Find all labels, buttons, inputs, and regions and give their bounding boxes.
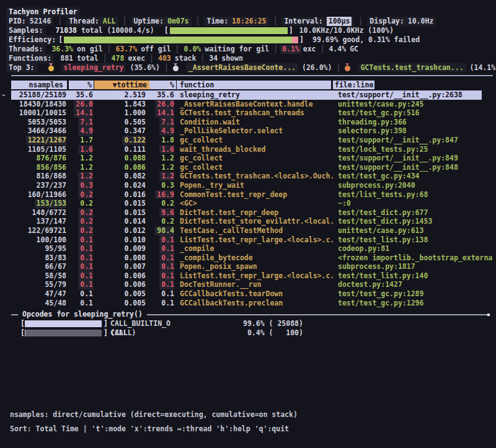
- opcode-bar: [25, 330, 102, 336]
- column-header-function[interactable]: function: [177, 81, 331, 89]
- cell-pct-direct: 7.1: [66, 118, 93, 127]
- top3-function-name: sleeping_retry: [61, 63, 126, 72]
- separator-bar: │: [336, 63, 340, 72]
- cell-pct-cumulative: 0.1: [146, 271, 174, 281]
- top3-label: Top 3:: [6, 63, 37, 72]
- cell-file-line: subprocess.py:2040: [335, 181, 496, 190]
- cell-nsamples: 100/100: [11, 235, 66, 245]
- column-header-nsamples[interactable]: nsamples: [11, 81, 67, 89]
- cell-nsamples: 160/11966: [11, 190, 66, 200]
- table-row[interactable]: 10001/10015 14.1 1.000 14.1 GCTests.test…: [0, 108, 496, 118]
- table-row[interactable]: 816/868 1.2 0.082 1.2 GCTests.test_trash…: [0, 172, 496, 181]
- cell-pct-direct: 0.1: [66, 280, 93, 289]
- cell-text: 0.082: [124, 172, 146, 180]
- cell-text: 1.2: [159, 172, 174, 181]
- cell-nsamples: 1221/1267: [11, 136, 66, 145]
- top3-item[interactable]: sleeping_retry(35.6%): [48, 63, 160, 72]
- cell-function: <GC>: [174, 199, 335, 208]
- cell-text: test/test_dict.py:677: [338, 208, 428, 217]
- separator-bar: │: [107, 45, 112, 54]
- table-row[interactable]: 237/237 0.3 0.024 0.3 Popen._try_wait su…: [0, 181, 496, 190]
- app-title: Tachyon Profiler: [6, 7, 80, 17]
- cell-text: ~:0: [338, 199, 351, 208]
- cell-tottime: 0.007: [93, 262, 146, 271]
- cell-nsamples: 137/147: [11, 217, 66, 226]
- top3-item[interactable]: GCTests.test_trashcan...(14.1%): [345, 63, 496, 72]
- table-row[interactable]: 25188/25189 35.6 2.519 35.6 sleeping_ret…: [0, 90, 496, 100]
- table-row[interactable]: 148/6772 0.2 0.015 9.6 DictTest.test_rep…: [0, 208, 496, 217]
- cell-text: 0.1: [78, 280, 93, 289]
- cell-text: 5053/5053: [28, 118, 66, 126]
- column-header-pct-direct[interactable]: %: [69, 81, 94, 89]
- cell-file-line: selectors.py:398: [335, 126, 496, 136]
- cell-text: 0.122: [122, 136, 146, 145]
- cell-tottime: 0.005: [93, 299, 146, 308]
- cell-text: threading.py:366: [338, 118, 407, 126]
- table-row[interactable]: 18430/18430 26.0 1.843 26.0 _AssertRaise…: [0, 100, 496, 109]
- cell-pct-cumulative: 16.9: [146, 190, 174, 200]
- cell-text: 122/69721: [28, 226, 66, 235]
- threads-item: 0.0%waiting for gil: [184, 45, 270, 54]
- table-row[interactable]: 153/153 0.2 0.015 0.2 <GC> ~:0: [0, 199, 496, 208]
- cell-text: _compile_bytecode: [180, 253, 253, 262]
- opcodes-panel-header: Opcodes for sleeping_retry(): [11, 310, 490, 319]
- cell-function: GCTests.test_trashcan_threads: [174, 108, 335, 118]
- cell-text: 1.2: [161, 163, 174, 172]
- table-row[interactable]: 66/67 0.1 0.007 0.1 Popen._posix_spawn s…: [0, 262, 496, 271]
- column-header-pct-cumulative[interactable]: %: [149, 81, 176, 89]
- cell-text: 0.006: [124, 280, 146, 289]
- cell-text: _AssertRaisesBaseContext.handle: [180, 100, 313, 108]
- table-row[interactable]: 1105/1105 1.6 0.111 1.6 wait_threads_blo…: [0, 145, 496, 154]
- cell-function: GCCallbackTests.preclean: [174, 299, 335, 308]
- table-row[interactable]: 47/47 0.1 0.005 0.1 GCCallbackTests.tear…: [0, 289, 496, 299]
- cell-text: 1.843: [124, 100, 146, 108]
- table-row[interactable]: 58/58 0.1 0.006 0.1 ListTest.test_repr_l…: [0, 271, 496, 281]
- cell-text: 0.008: [124, 253, 146, 262]
- table-row[interactable]: 160/11966 0.2 0.016 16.9 CommonTest.test…: [0, 190, 496, 200]
- column-header-tottime-sorted[interactable]: ▼tottime: [94, 81, 150, 89]
- cell-function: gc_collect: [174, 154, 335, 163]
- cell-text: 1.000: [124, 108, 146, 117]
- cell-pct-direct: 0.1: [66, 262, 93, 271]
- table-row[interactable]: 137/147 0.2 0.014 0.2 DictTest.test_stor…: [0, 217, 496, 226]
- cell-pct-direct: 14.1: [66, 108, 93, 118]
- top3-item[interactable]: _AssertRaisesBaseConte...(26.0%): [173, 63, 332, 72]
- table-row[interactable]: 100/100 0.1 0.010 0.1 ListTest.test_repr…: [0, 235, 496, 245]
- table-row[interactable]: 55/79 0.1 0.006 0.1 DocTestRunner.__run …: [0, 280, 496, 289]
- cell-tottime: 0.024: [93, 181, 146, 190]
- cell-text: 4.9: [78, 126, 93, 136]
- separator-bar: │: [321, 45, 325, 54]
- functions-unit: stack: [175, 54, 197, 63]
- cell-text: test/support/__init__.py:849: [338, 154, 458, 162]
- threads-item: 4.4%GC: [329, 45, 358, 54]
- table-row[interactable]: 45/48 0.1 0.005 0.1 GCCallbackTests.prec…: [0, 299, 496, 308]
- efficiency-row: Efficiency:[ ] 99.69% good, 0.31% failed: [6, 35, 420, 45]
- table-row[interactable]: 95/95 0.1 0.009 0.1 _compile codeop.py:8…: [0, 244, 496, 253]
- threads-unit: off gil: [141, 45, 170, 54]
- column-header-file-line[interactable]: file:line: [333, 81, 374, 89]
- status-value: 0m07s: [167, 17, 189, 26]
- table-row[interactable]: 856/856 1.2 0.086 1.2 gc_collect test/su…: [0, 163, 496, 172]
- table-row[interactable]: 1221/1267 1.7 0.122 1.8 gc_collect test/…: [0, 136, 496, 145]
- threads-value: 0.1%: [280, 45, 301, 54]
- table-row[interactable]: 3466/3466 4.9 0.347 4.9 _PollLikeSelecto…: [0, 126, 496, 136]
- separator-bar: │: [58, 17, 62, 26]
- cell-tottime: 0.088: [93, 154, 146, 163]
- cell-file-line: test/support/__init__.py:2638: [335, 90, 496, 100]
- efficiency-label: Efficiency:: [6, 35, 58, 45]
- table-row[interactable]: 83/83 0.1 0.008 0.1 _compile_bytecode <f…: [0, 253, 496, 263]
- cell-pct-cumulative: 0.1: [146, 289, 174, 299]
- functions-label: Functions:: [6, 54, 54, 63]
- table-row[interactable]: 5053/5053 7.1 0.505 7.1 Condition.wait t…: [0, 118, 496, 127]
- cell-text: test/support/__init__.py:847: [338, 136, 458, 144]
- cell-file-line: test/test_dict.py:1453: [335, 217, 496, 226]
- cell-text: 35.6: [157, 90, 174, 99]
- cell-pct-direct: 0.1: [66, 299, 93, 308]
- cell-text: 0.088: [124, 154, 146, 162]
- table-row[interactable]: 876/876 1.2 0.088 1.2 gc_collect test/su…: [0, 154, 496, 163]
- table-row[interactable]: 122/69721 0.2 0.012 98.4 TestCase._callT…: [0, 226, 496, 235]
- cell-file-line: subprocess.py:1817: [335, 262, 496, 271]
- cell-nsamples: 148/6772: [11, 208, 66, 217]
- cell-nsamples: 816/868: [11, 172, 66, 181]
- cell-tottime: 0.015: [93, 199, 146, 208]
